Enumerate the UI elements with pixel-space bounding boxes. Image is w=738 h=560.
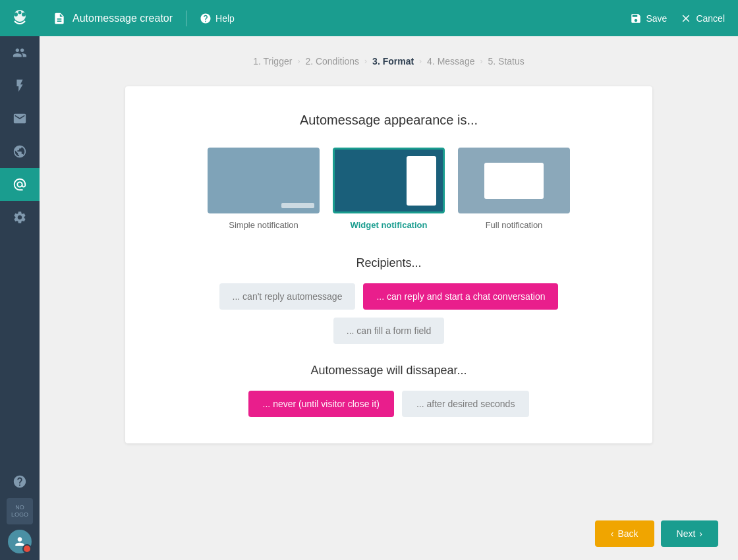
notif-option-full[interactable]: Full notification xyxy=(458,148,570,230)
breadcrumb-format-label: 3. Format xyxy=(372,56,414,67)
breadcrumb-arrow-1: › xyxy=(297,57,300,66)
notif-label-widget: Widget notification xyxy=(351,220,428,230)
notif-simple-bar xyxy=(281,203,314,208)
next-button[interactable]: Next › xyxy=(661,520,718,547)
sidebar-item-globe[interactable] xyxy=(0,135,40,168)
notif-label-full: Full notification xyxy=(486,220,543,230)
sidebar-logo[interactable] xyxy=(0,0,40,36)
footer: ‹ Back Next › xyxy=(40,507,738,560)
notif-preview-simple xyxy=(208,148,320,213)
breadcrumb-status-label: 5. Status xyxy=(488,56,524,67)
breadcrumb-trigger-label: 1. Trigger xyxy=(253,56,292,67)
cancel-label: Cancel xyxy=(696,13,725,24)
disappear-row: ... never (until visitor close it) ... a… xyxy=(165,391,613,417)
breadcrumb-format[interactable]: 3. Format xyxy=(372,56,414,67)
recipient-can-reply[interactable]: ... can reply and start a chat conversat… xyxy=(363,283,558,310)
recipient-can-fill[interactable]: ... can fill a form field xyxy=(333,318,444,344)
appearance-title: Automessage appearance is... xyxy=(165,113,613,128)
breadcrumb-message[interactable]: 4. Message xyxy=(427,56,474,67)
topbar-title: Automessage creator xyxy=(53,12,173,25)
no-logo-badge: NO LOGO xyxy=(7,498,33,524)
breadcrumb-status[interactable]: 5. Status xyxy=(488,56,524,67)
help-label: Help xyxy=(215,13,235,24)
breadcrumb-trigger[interactable]: 1. Trigger xyxy=(253,56,292,67)
disappear-never[interactable]: ... never (until visitor close it) xyxy=(248,391,394,417)
svg-point-1 xyxy=(14,13,18,16)
notif-preview-full xyxy=(458,148,570,213)
breadcrumb-arrow-3: › xyxy=(419,57,422,66)
next-label: Next xyxy=(677,528,696,539)
main-content: Automessage creator Help Save Cancel 1. … xyxy=(40,0,738,560)
avatar[interactable] xyxy=(8,530,32,553)
recipients-title: Recipients... xyxy=(165,256,613,270)
save-button[interactable]: Save xyxy=(630,13,667,24)
notif-label-simple: Simple notification xyxy=(229,220,298,230)
disappear-section: Automessage will dissapear... ... never … xyxy=(165,364,613,417)
notif-preview-widget xyxy=(333,148,445,213)
disappear-title: Automessage will dissapear... xyxy=(165,364,613,378)
page-content: 1. Trigger › 2. Conditions › 3. Format ›… xyxy=(40,36,738,507)
format-card: Automessage appearance is... Simple noti… xyxy=(125,86,652,443)
svg-point-2 xyxy=(18,11,22,14)
sidebar-item-flash[interactable] xyxy=(0,69,40,102)
recipient-cant-reply[interactable]: ... can't reply automessage xyxy=(219,283,356,310)
app-title: Automessage creator xyxy=(72,13,173,24)
breadcrumb-conditions[interactable]: 2. Conditions xyxy=(305,56,359,67)
breadcrumb-arrow-4: › xyxy=(480,57,482,66)
sidebar-item-help[interactable] xyxy=(0,465,40,498)
svg-point-3 xyxy=(22,13,26,16)
next-arrow-icon: › xyxy=(699,528,702,539)
sidebar-bottom: NO LOGO xyxy=(0,465,40,560)
breadcrumb-message-label: 4. Message xyxy=(427,56,474,67)
sidebar-item-inbox[interactable] xyxy=(0,102,40,135)
sidebar-item-settings[interactable] xyxy=(0,201,40,234)
topbar: Automessage creator Help Save Cancel xyxy=(40,0,738,36)
notif-full-box xyxy=(484,163,544,199)
sidebar-item-visitors[interactable] xyxy=(0,36,40,69)
back-button[interactable]: ‹ Back xyxy=(595,520,654,547)
disappear-after-seconds[interactable]: ... after desired seconds xyxy=(402,391,529,417)
notif-option-widget[interactable]: Widget notification xyxy=(333,148,445,230)
topbar-divider xyxy=(186,11,186,26)
breadcrumb-conditions-label: 2. Conditions xyxy=(305,56,359,67)
back-label: Back xyxy=(617,528,638,539)
sidebar-item-automessage[interactable] xyxy=(0,168,40,201)
help-button[interactable]: Help xyxy=(200,13,235,24)
notif-widget-box xyxy=(407,156,436,206)
breadcrumb-arrow-2: › xyxy=(364,57,367,66)
notification-options: Simple notification Widget notification … xyxy=(165,148,613,230)
breadcrumb: 1. Trigger › 2. Conditions › 3. Format ›… xyxy=(59,56,718,67)
cancel-button[interactable]: Cancel xyxy=(680,13,725,24)
back-arrow-icon: ‹ xyxy=(611,528,614,539)
recipients-row-1: ... can't reply automessage ... can repl… xyxy=(165,283,613,310)
recipients-row-2: ... can fill a form field xyxy=(165,318,613,344)
sidebar: NO LOGO xyxy=(0,0,40,560)
topbar-actions: Save Cancel xyxy=(630,13,725,24)
save-label: Save xyxy=(646,13,667,24)
notif-option-simple[interactable]: Simple notification xyxy=(208,148,320,230)
